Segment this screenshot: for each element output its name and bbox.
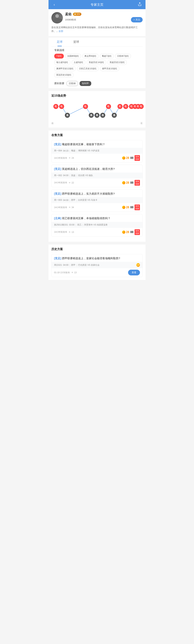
tab-basketball[interactable]: 篮球 [68,38,84,46]
coin-amount: 28 [126,156,129,160]
share-button[interactable] [137,2,143,7]
forsale-plan-card: [竞足] 西甲联赛精选送上，实力差距不大谁能取胜? 周一003 04:00 | … [51,190,143,212]
record-tag[interactable]: 奥运男8连红 [82,54,98,58]
plan-footer: 14小时前发布 👁 22 28 88 首单优惠 [52,178,142,187]
divider-1 [48,36,146,38]
plan-header: [竞足] 英超精选送上，切尔西近况低迷，能否大胜? [52,165,142,172]
trend-dot-红: 红 [118,104,122,109]
trend-chart: 红红黑红黑黑黑红黑红红红红红红 [53,100,141,120]
plan-meta: 周一002 04:00 | 英超 | 切尔西 VS 狼队 [52,172,142,178]
tab-football[interactable]: 足球 [51,38,68,46]
record-tag[interactable]: 英超历史12连红 [108,60,127,65]
history-time: 04:00 [63,264,68,266]
coin-icon [122,156,126,160]
record-tag[interactable]: 日联杯7连红 [115,54,131,58]
plan-footer: 14小时前发布 👁 13 28 88 首单优惠 [52,228,142,236]
fans-count: 19380粉丝 [65,18,76,21]
trend-near-label: 近 [140,122,143,125]
trend-dot-黑: 黑 [100,113,105,118]
price-badge: 首单优惠 [134,155,140,161]
price-rmb: 88 [130,230,134,234]
trend-title: 近15场走势 [51,94,143,98]
plan-time: 04:00 [63,174,68,177]
divider-2 [48,88,146,90]
forsale-plan-card: [北单] 荷乙联赛菜鸡互啄，本场谁能取得胜利？ 第25013期331 03:00… [51,214,143,237]
record-tag[interactable]: 7连红 [54,54,64,58]
full-text-link[interactable]: 全部 [58,30,63,32]
price-badge: 首单优惠 [134,180,140,186]
plan-day: 第25013期331 [54,223,68,226]
profile-info: 孟佑 10年 19380粉丝 + 关注 [65,12,143,22]
history-section: 历史方案 [竞足] 西甲联赛精选送上，皇家社会能否客场顺利取胜? 周日021 0… [48,244,146,280]
price-coins: 28 [122,230,129,234]
record-tag[interactable]: 土超5连红 [72,60,86,65]
profile-name: 孟佑 [65,12,72,16]
page-title: 专家主页 [57,2,137,7]
record-tag[interactable]: 法国杯9连红 [65,54,81,58]
eye-icon: 👁 [68,206,71,208]
history-teams: 巴伦西亚 VS 皇家社会 [78,264,100,266]
profile-section: 孟佑 10年 19380粉丝 + 关注 曾在某足球网站担任五年竞彩赛事情报编辑，… [48,9,146,36]
record-tag[interactable]: 德甲历史10连红 [100,66,119,71]
plan-price[interactable]: 28 88 首单优惠 [122,204,140,210]
history-publish-time-text: 01-19 13:50发布 [54,271,70,274]
trend-section: 近15场走势 红红黑红黑黑黑红黑红红红红红红 远 近 [48,91,146,128]
view-history-button[interactable]: 查看 [128,270,140,276]
history-publish-time: 01-19 13:50发布 👁 13 [54,271,76,274]
plan-header: [北单] 荷乙联赛菜鸡互啄，本场谁能取得胜利？ [52,214,142,222]
plan-category-tag: [北单] [54,217,61,220]
trend-dot-红: 红 [139,104,144,109]
history-plan-title: [竞足] 西甲联赛精选送上，皇家社会能否客场顺利取胜? [54,256,140,260]
plan-league: 葡超 [71,149,76,152]
plan-publish-time: 14小时前发布 👁 13 [54,230,74,234]
trend-dot-红: 红 [59,104,64,109]
trend-dot-红: 红 [106,104,111,109]
history-meta: 周日021 04:00 | 西甲 | 巴伦西亚 VS 皇家社会 VIP [52,262,142,268]
follow-button[interactable]: + 关注 [131,17,143,22]
trend-dot-红: 红 [53,104,58,109]
trend-dot-黑: 黑 [89,113,94,118]
tags-container: 7连红法国杯9连红奥运男8连红葡超7连红日联杯7连红瑞士超5连红土超5连红英超历… [54,54,140,78]
plan-meta: 周一003 04:00 | 西甲 | 比利亚雷 VS 马洛卡 [52,197,142,203]
record-tag[interactable]: 英冠历史10连红 [54,72,74,78]
record-tag[interactable]: 英超历史14连红 [87,60,106,65]
back-button[interactable]: ‹ [51,2,57,7]
plan-time: 03:00 [69,224,74,226]
price-rmb: 88 [130,156,134,160]
plan-meta: 周一004 04:15 | 葡超 | 博阿维斯 VS 卡萨皮亚 [52,148,142,154]
view-count: 24 [72,157,74,159]
plan-publish-time: 14小时前发布 👁 24 [54,156,74,160]
record-tag[interactable]: 澳洲甲历史12连红 [54,66,76,71]
plan-price[interactable]: 28 88 首单优惠 [122,155,140,161]
plan-price[interactable]: 28 88 首单优惠 [122,180,140,186]
history-meta-left: 周日021 04:00 | 西甲 | 巴伦西亚 VS 皇家社会 [54,264,100,266]
plan-day: 周一004 [54,149,62,152]
plan-footer: 14小时前发布 👁 34 28 88 首单优惠 [52,203,142,212]
price-coins: 28 [122,206,129,209]
specialty-tag[interactable]: 智利甲 [80,81,91,86]
record-tag[interactable]: 葡超7连红 [100,54,114,58]
plan-category-tag: [竞足] [54,167,61,170]
view-count: 34 [72,206,74,208]
plan-teams: 博阿维斯 VS 卡萨皮亚 [78,149,100,152]
publish-time-text: 14小时前发布 [54,156,67,160]
trend-dot-黑: 黑 [112,113,117,118]
coin-amount: 28 [126,230,129,234]
plan-category-tag: [竞足] [54,143,61,146]
specialty-tags: 日联杯智利甲 [66,81,91,86]
plan-price[interactable]: 28 88 首单优惠 [122,229,140,235]
plan-day: 周一002 [54,174,62,177]
record-tag[interactable]: 日职乙历史10连红 [77,66,98,71]
forsale-plans: [竞足] 葡超联赛菜鸡互啄，谁能拿下胜利？ 周一004 04:15 | 葡超 |… [51,140,143,237]
trend-dot-红: 红 [83,104,88,109]
specialty-label: 擅长联赛 [54,82,64,85]
plan-header: [竞足] 葡超联赛菜鸡互啄，谁能拿下胜利？ [52,140,142,148]
record-tag[interactable]: 瑞士超5连红 [54,60,70,65]
view-count: 22 [72,182,74,184]
tabs-row: 足球 篮球 [51,38,143,46]
profile-name-row: 孟佑 10年 [65,12,143,16]
publish-time-text: 14小时前发布 [54,181,67,184]
specialty-tag[interactable]: 日联杯 [66,81,78,86]
price-coins: 28 [122,156,129,160]
plan-teams: 切尔西 VS 狼队 [78,174,93,177]
